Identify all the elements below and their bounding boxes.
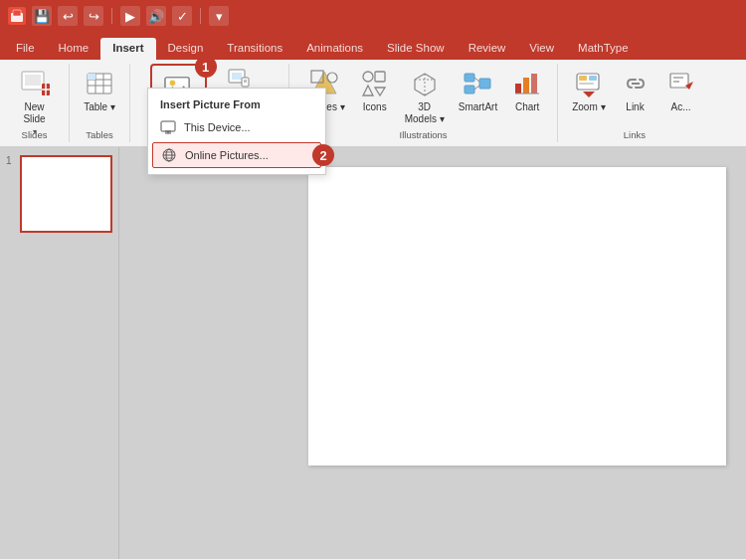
svg-line-37 <box>474 78 479 82</box>
svg-point-27 <box>327 73 337 83</box>
zoom-icon <box>573 68 605 99</box>
3d-models-label: 3DModels ▾ <box>405 101 445 125</box>
svg-point-15 <box>170 81 176 87</box>
icons-label: Icons <box>363 101 387 113</box>
links-group-label: Links <box>558 129 710 140</box>
tables-group-label: Tables <box>70 129 129 140</box>
svg-rect-20 <box>244 80 247 83</box>
slide-main-canvas[interactable] <box>308 167 726 466</box>
presentation-btn[interactable]: ▶ <box>120 6 140 26</box>
svg-rect-45 <box>579 83 594 85</box>
device-icon <box>160 119 176 135</box>
3d-models-button[interactable]: 3DModels ▾ <box>399 64 451 129</box>
tab-mathtype[interactable]: MathType <box>566 38 641 60</box>
online-pictures-label: Online Pictures... <box>185 149 269 161</box>
sep1 <box>111 8 112 24</box>
svg-rect-46 <box>589 76 597 81</box>
svg-rect-29 <box>375 72 385 82</box>
svg-rect-34 <box>465 74 474 82</box>
svg-rect-18 <box>232 73 242 80</box>
link-button[interactable]: Link <box>614 64 657 117</box>
svg-rect-13 <box>88 74 95 80</box>
table-button[interactable]: Table ▾ <box>78 64 121 117</box>
svg-rect-1 <box>13 10 21 16</box>
chart-label: Chart <box>515 101 539 113</box>
svg-rect-40 <box>523 78 529 93</box>
svg-rect-44 <box>579 76 587 81</box>
action-label: Ac... <box>671 101 691 113</box>
ribbon-group-links: Zoom ▾ Link Ac... Links <box>558 64 710 142</box>
ribbon-tabs: File Home Insert Design Transitions Anim… <box>0 32 746 60</box>
table-icon <box>84 68 115 99</box>
slides-items: NewSlide ▾ <box>9 64 61 154</box>
tab-transitions[interactable]: Transitions <box>215 38 294 60</box>
ribbon: NewSlide ▾ Slides Table ▾ Tables <box>0 60 746 147</box>
undo-btn[interactable]: ↩ <box>58 6 78 26</box>
link-icon <box>620 68 652 99</box>
slide-panel: 1 <box>0 147 119 559</box>
step1-badge: 1 <box>195 56 217 78</box>
volume-btn[interactable]: 🔊 <box>146 6 166 26</box>
ribbon-group-slides: NewSlide ▾ Slides <box>0 64 70 142</box>
illustrations-group-label: Illustrations <box>289 129 557 140</box>
tab-file[interactable]: File <box>4 38 47 60</box>
sep2 <box>200 8 201 24</box>
zoom-button[interactable]: Zoom ▾ <box>566 64 611 117</box>
svg-line-38 <box>474 86 479 90</box>
tab-view[interactable]: View <box>517 38 566 60</box>
screenshot-icon <box>227 67 251 89</box>
title-bar: 💾 ↩ ↪ ▶ 🔊 ✓ ▾ <box>0 0 746 32</box>
svg-marker-47 <box>583 92 595 97</box>
main-area: 1 <box>0 147 746 559</box>
svg-rect-52 <box>161 121 175 131</box>
ribbon-group-tables: Table ▾ Tables <box>70 64 130 142</box>
dropdown-header: Insert Picture From <box>148 93 325 114</box>
zoom-label: Zoom ▾ <box>572 101 605 113</box>
icons-button[interactable]: Icons <box>353 64 397 117</box>
online-icon <box>161 147 177 163</box>
slide-number: 1 <box>6 155 12 166</box>
svg-rect-4 <box>25 75 41 86</box>
action-button[interactable]: Ac... <box>659 64 703 117</box>
smartart-label: SmartArt <box>459 101 497 113</box>
ribbon-group-illustrations: Shapes ▾ Icons 3DModels ▾ SmartArt <box>289 64 558 142</box>
action-icon <box>665 68 697 99</box>
svg-rect-36 <box>479 79 490 89</box>
new-slide-label: NewSlide <box>23 101 45 125</box>
spellcheck-btn[interactable]: ✓ <box>172 6 192 26</box>
app-icon <box>8 7 26 25</box>
svg-rect-41 <box>531 74 537 93</box>
customize-btn[interactable]: ▾ <box>209 6 229 26</box>
online-pictures-item[interactable]: Online Pictures... 2 <box>152 142 321 168</box>
tab-insert[interactable]: Insert <box>100 38 155 60</box>
insert-picture-dropdown: Insert Picture From This Device... Onlin… <box>147 88 326 175</box>
svg-point-28 <box>363 72 373 82</box>
tab-animations[interactable]: Animations <box>294 38 375 60</box>
this-device-item[interactable]: This Device... <box>148 114 325 140</box>
chart-button[interactable]: Chart <box>505 64 549 117</box>
tab-review[interactable]: Review <box>457 38 518 60</box>
smartart-button[interactable]: SmartArt <box>453 64 503 117</box>
slide-panel-row: 1 <box>6 155 112 233</box>
new-slide-icon <box>19 68 51 99</box>
save-btn[interactable]: 💾 <box>32 6 52 26</box>
chart-icon <box>511 68 543 99</box>
step2-badge: 2 <box>312 144 334 166</box>
svg-marker-30 <box>363 86 373 95</box>
icons-icon <box>359 68 391 99</box>
slide-thumbnail[interactable] <box>20 155 112 233</box>
tab-slideshow[interactable]: Slide Show <box>375 38 457 60</box>
link-label: Link <box>626 101 644 113</box>
this-device-label: This Device... <box>184 121 251 133</box>
tab-home[interactable]: Home <box>47 38 101 60</box>
table-label: Table ▾ <box>84 101 115 113</box>
slide-content-area <box>119 147 746 559</box>
slides-group-label: Slides <box>0 129 69 140</box>
svg-rect-39 <box>515 84 521 93</box>
smartart-icon <box>462 68 493 99</box>
svg-rect-35 <box>465 86 474 93</box>
svg-marker-31 <box>375 88 385 95</box>
3d-models-icon <box>409 68 441 99</box>
redo-btn[interactable]: ↪ <box>84 6 103 26</box>
